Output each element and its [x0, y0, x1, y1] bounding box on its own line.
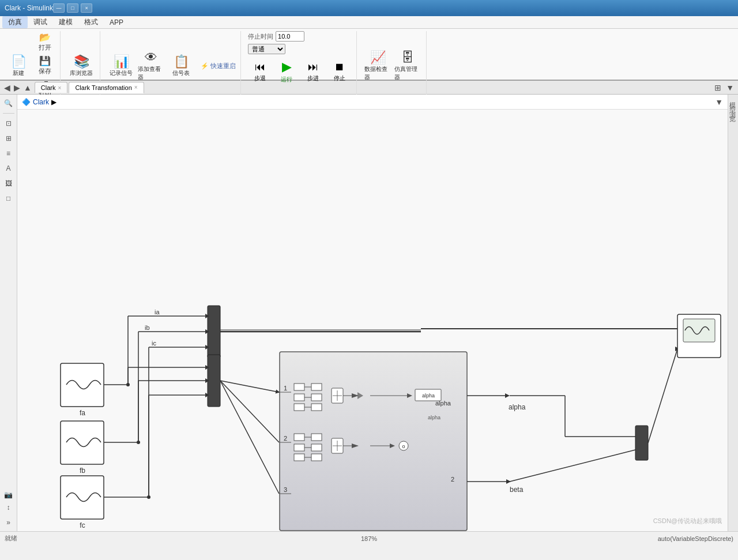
image-button[interactable]: 🖼: [2, 177, 15, 190]
side-panel-label-2[interactable]: 型: [728, 99, 738, 104]
statusbar: 就绪 187% auto(VariableStepDiscrete): [0, 531, 738, 545]
menu-item-build[interactable]: 建模: [53, 16, 78, 28]
sim-manager-icon: 🗄: [401, 51, 414, 64]
title-text: Clark - Simulink: [5, 4, 53, 12]
svg-text:alpha: alpha: [422, 393, 435, 399]
signal-table-button[interactable]: 📋 信号表: [167, 51, 195, 81]
stop-time-input[interactable]: [276, 31, 304, 42]
svg-rect-34: [294, 394, 304, 401]
menu-item-app[interactable]: APP: [104, 17, 129, 28]
beta-conn-label: beta: [510, 486, 524, 494]
clark-block[interactable]: [280, 352, 467, 531]
nav-back-button[interactable]: ◀: [2, 83, 12, 92]
zoom-in-button[interactable]: 🔍: [2, 97, 15, 110]
breadcrumb-dropdown[interactable]: ▼: [715, 97, 723, 107]
ia-label: ia: [155, 309, 160, 315]
rect-button[interactable]: □: [2, 192, 15, 205]
more-button[interactable]: »: [2, 516, 15, 529]
svg-rect-33: [311, 384, 322, 390]
ribbon: 📄 新建 📂 打开 💾 保存 🖨 打印: [0, 29, 738, 81]
port3-label: 3: [284, 486, 287, 493]
signal-table-label: 信号表: [172, 69, 190, 77]
maximize-button[interactable]: □: [67, 3, 78, 13]
svg-rect-54: [311, 444, 322, 451]
step-back-label: 步退: [254, 74, 266, 82]
canvas-area[interactable]: 🔷 Clark ▶ ▼ fa: [17, 95, 728, 531]
add-viewer-button[interactable]: 👁 添加查看器: [137, 51, 165, 81]
diagram-canvas[interactable]: fa fb fc: [17, 110, 728, 531]
step-forward-button[interactable]: ⏭ 步进: [301, 57, 325, 87]
library-label: 库浏览器: [70, 69, 93, 77]
export-button[interactable]: ↕: [2, 501, 15, 514]
tab-clark-transformation[interactable]: Clark Transfomation ×: [69, 82, 144, 93]
stop-time-label: 停止时间: [248, 32, 273, 41]
camera-button[interactable]: 📷: [2, 488, 15, 501]
watermark: CSDN@传说动起来哦哦: [653, 517, 722, 525]
chevron-down-button[interactable]: ▼: [724, 83, 736, 92]
add-viewer-icon: 👁: [145, 51, 157, 64]
clark-out2-label: 2: [451, 476, 454, 483]
step-back-button[interactable]: ⏮ 步退: [248, 57, 272, 87]
ic-label: ic: [152, 340, 156, 347]
menu-item-debug[interactable]: 调试: [28, 16, 53, 28]
breadcrumb-icon: 🔷: [22, 98, 31, 106]
breadcrumb-path[interactable]: Clark: [33, 98, 49, 106]
ib-label: ib: [145, 324, 150, 331]
tab-clark[interactable]: Clark ×: [35, 82, 68, 93]
stop-label: 停止: [334, 74, 345, 82]
new-button[interactable]: 📄 新建: [5, 51, 32, 81]
open-label: 打开: [39, 43, 51, 52]
data-inspector-button[interactable]: 📈 数据检查器: [364, 51, 391, 81]
side-panel-label-1[interactable]: 模: [728, 95, 738, 99]
alpha-output-label: alpha: [435, 400, 451, 407]
fast-restart-button[interactable]: ⚡ 快速重启: [197, 62, 236, 70]
text-button[interactable]: A: [2, 162, 15, 175]
win-controls: — □ ×: [53, 3, 92, 13]
svg-rect-37: [294, 404, 304, 411]
step-forward-icon: ⏭: [308, 61, 318, 73]
record-signal-button[interactable]: 📊 记录信号: [107, 51, 135, 81]
tab-clark-transformation-close[interactable]: ×: [134, 84, 138, 91]
side-panel-label-3[interactable]: 浏: [728, 104, 738, 108]
alpha-conn-label: alpha: [509, 403, 526, 411]
port1-label: 1: [284, 385, 287, 392]
fc-block[interactable]: [61, 476, 104, 519]
fast-restart-label: ⚡ 快速重启: [201, 62, 236, 70]
pan-button[interactable]: ≡: [2, 147, 15, 160]
tab-clark-close[interactable]: ×: [58, 85, 62, 91]
run-icon: ▶: [282, 59, 292, 74]
fit-button[interactable]: ⊡: [2, 117, 15, 130]
library-button[interactable]: 📚 库浏览器: [67, 51, 95, 81]
menu-item-format[interactable]: 格式: [78, 16, 104, 28]
main-area: 🔍 ⊡ ⊞ ≡ A 🖼 □ 📷 ↕ » 🔷 Clark ▶ ▼: [0, 95, 738, 531]
save-icon: 💾: [39, 57, 51, 66]
fc-label: fc: [80, 521, 85, 529]
svg-text:o: o: [402, 444, 405, 449]
mux1-block[interactable]: [208, 306, 220, 358]
fa-block[interactable]: [61, 363, 104, 407]
signal-table-icon: 📋: [174, 55, 189, 68]
save-button[interactable]: 💾 保存: [35, 55, 55, 77]
svg-rect-31: [294, 384, 304, 390]
stop-icon: ⏹: [334, 61, 345, 73]
stop-button[interactable]: ⏹ 停止: [327, 57, 352, 87]
svg-rect-52: [294, 444, 304, 451]
side-panel-label-4[interactable]: 览: [728, 108, 738, 113]
sim-manager-button[interactable]: 🗄 仿真管理器: [394, 51, 421, 81]
mux2-block[interactable]: [208, 355, 220, 407]
menu-item-sim[interactable]: 仿真: [2, 16, 28, 28]
mode-select[interactable]: 普通: [248, 44, 285, 54]
breadcrumb: 🔷 Clark ▶ ▼: [17, 95, 728, 110]
minimize-button[interactable]: —: [53, 3, 65, 13]
fb-block[interactable]: [61, 421, 104, 464]
close-button[interactable]: ×: [81, 3, 92, 13]
add-viewer-label: 添加查看器: [138, 65, 164, 81]
step-forward-label: 步进: [307, 74, 319, 82]
run-button[interactable]: ▶ 运行: [274, 57, 299, 87]
nav-forward-button[interactable]: ▶: [12, 83, 22, 92]
save-label: 保存: [39, 67, 51, 76]
nav-up-button[interactable]: ▲: [22, 83, 33, 92]
open-button[interactable]: 📂 打开: [35, 31, 55, 54]
select-button[interactable]: ⊞: [2, 132, 15, 145]
arrange-button[interactable]: ⊞: [713, 83, 723, 92]
